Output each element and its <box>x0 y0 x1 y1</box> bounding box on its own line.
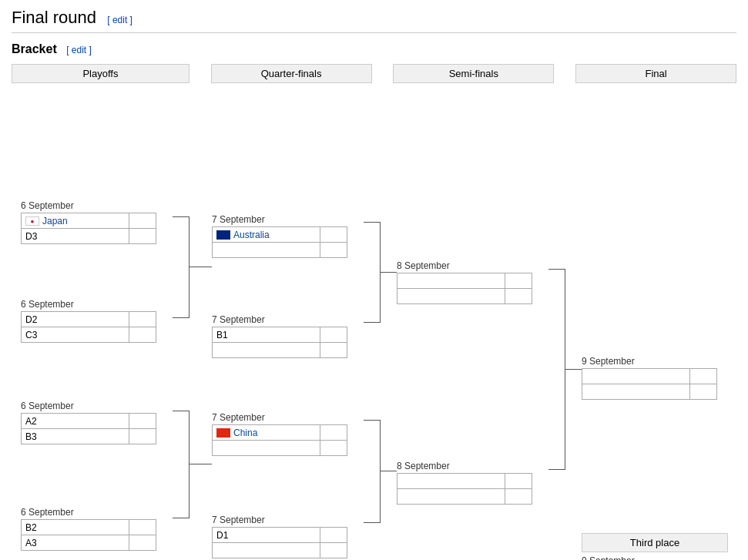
p4-table: B2 A3 <box>21 519 156 551</box>
p3-date: 6 September <box>21 401 156 411</box>
table-row <box>213 243 347 258</box>
bracket-area: 6 September Japan D3 6 September D2 <box>12 92 736 560</box>
conn-p4-h <box>173 518 190 518</box>
playoff-1: 6 September Japan D3 <box>21 200 156 244</box>
p1-date: 6 September <box>21 200 156 211</box>
conn-p1-h <box>173 216 190 217</box>
q4-t2-score <box>320 543 347 558</box>
qf-3: 7 September China <box>212 412 347 456</box>
qf-4: 7 September D1 <box>212 515 347 558</box>
p2-t2: C3 <box>22 327 129 343</box>
s2-date: 8 September <box>397 461 532 471</box>
q3-table: China <box>212 424 347 456</box>
table-row <box>213 543 347 558</box>
qf-2: 7 September B1 <box>212 314 347 358</box>
table-row: A2 <box>22 414 156 429</box>
table-row: B2 <box>22 520 156 535</box>
p2-t1: D2 <box>22 312 129 327</box>
sf-1: 8 September <box>397 260 532 304</box>
q1-t1: Australia <box>213 227 320 243</box>
conn-q1-right <box>364 222 381 223</box>
bracket-edit-link[interactable]: [ edit ] <box>66 45 92 55</box>
q3-t1-score <box>320 425 347 441</box>
conn-p2-h <box>173 317 190 318</box>
p4-t1: B2 <box>22 520 129 535</box>
q4-t2 <box>213 543 320 558</box>
s1-t2-score <box>505 289 532 304</box>
conn-p3p4-v <box>189 411 190 518</box>
q2-t1: B1 <box>213 327 320 343</box>
s2-table <box>397 473 532 505</box>
conn-p3-h <box>173 411 190 411</box>
q1-table: Australia <box>212 226 347 258</box>
s1-t2 <box>397 289 505 304</box>
round-header-qf: Quarter-finals <box>211 64 372 83</box>
table-row: D3 <box>22 229 156 244</box>
china-flag-icon <box>216 428 230 438</box>
conn-q3q4-v <box>380 420 381 523</box>
playoff-2: 6 September D2 C3 <box>21 299 156 343</box>
q4-date: 7 September <box>212 515 347 525</box>
table-row <box>582 369 717 384</box>
q3-t2 <box>213 441 320 456</box>
q2-t1-score <box>320 327 347 343</box>
p3-t1-score <box>129 414 156 429</box>
bracket-container: Playoffs Quarter-finals Semi-finals Fina… <box>12 64 736 560</box>
table-row: B3 <box>22 429 156 444</box>
bracket-section-title: Bracket [ edit ] <box>12 42 736 56</box>
s1-date: 8 September <box>397 260 532 271</box>
tp-date: 9 September <box>582 555 728 560</box>
table-row: Australia <box>213 227 347 243</box>
s1-table <box>397 273 532 304</box>
conn-q1-mid-h <box>189 267 212 267</box>
conn-s2-in <box>380 471 397 471</box>
f1-table <box>582 368 717 400</box>
p2-date: 6 September <box>21 299 156 310</box>
table-row: China <box>213 425 347 441</box>
conn-q4-right <box>364 522 381 523</box>
s2-t2 <box>397 489 505 505</box>
table-row <box>397 489 532 505</box>
table-row <box>582 384 717 400</box>
conn-q3-right <box>364 420 381 421</box>
table-row <box>213 343 347 358</box>
s2-t1 <box>397 474 505 489</box>
table-row: Japan <box>22 213 156 229</box>
round-header-final: Final <box>575 64 736 83</box>
p1-t2-score <box>129 229 156 244</box>
conn-q2-right <box>364 322 381 323</box>
q1-t2-score <box>320 243 347 258</box>
q2-t2-score <box>320 343 347 358</box>
q2-date: 7 September <box>212 314 347 325</box>
p3-t1: A2 <box>22 414 129 429</box>
p3-t2: B3 <box>22 429 129 444</box>
conn-p1p2-v <box>189 216 190 318</box>
third-place-section: Third place 9 September <box>582 533 728 560</box>
q3-date: 7 September <box>212 412 347 423</box>
table-row <box>397 289 532 304</box>
f1-t2-score <box>690 384 717 400</box>
s1-t1 <box>397 273 505 289</box>
q2-t2 <box>213 343 320 358</box>
round-header-playoffs: Playoffs <box>12 64 190 83</box>
conn-q3-mid-h <box>189 464 212 464</box>
table-row: A3 <box>22 535 156 551</box>
p4-t2-score <box>129 535 156 551</box>
table-row <box>397 474 532 489</box>
q4-table: D1 <box>212 527 347 558</box>
page-edit-link[interactable]: [ edit ] <box>107 15 132 25</box>
conn-s1-right <box>548 269 565 270</box>
conn-s1-in <box>380 272 397 273</box>
p1-t2: D3 <box>22 229 129 244</box>
playoff-3: 6 September A2 B3 <box>21 401 156 444</box>
f1-t2 <box>582 384 690 400</box>
table-row: B1 <box>213 327 347 343</box>
japan-flag-icon <box>25 216 39 226</box>
q1-date: 7 September <box>212 214 347 225</box>
p3-t2-score <box>129 429 156 444</box>
third-place-label: Third place <box>582 533 728 552</box>
page-title: Final round [ edit ] <box>12 8 736 33</box>
s2-t1-score <box>505 474 532 489</box>
round-header-sf: Semi-finals <box>393 64 554 83</box>
table-row: D2 <box>22 312 156 327</box>
